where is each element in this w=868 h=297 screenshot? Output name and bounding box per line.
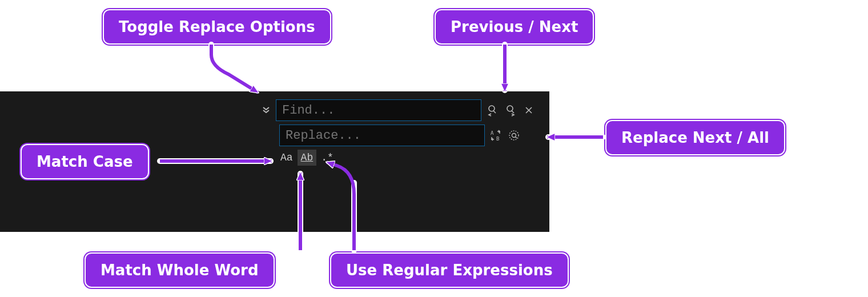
whole-word-label: Ab <box>301 152 314 163</box>
callout-toggle-replace: Toggle Replace Options <box>103 9 331 45</box>
use-regex-button[interactable]: .* <box>318 150 337 166</box>
svg-text:B: B <box>496 136 499 142</box>
callout-match-whole-word: Match Whole Word <box>85 252 275 288</box>
next-match-icon <box>504 104 517 117</box>
svg-point-9 <box>512 134 516 138</box>
replace-next-button[interactable]: A B <box>488 128 503 143</box>
find-previous-button[interactable] <box>485 103 500 118</box>
toggle-replace-button[interactable] <box>260 104 272 117</box>
close-icon <box>524 106 533 115</box>
match-whole-word-button[interactable]: Ab <box>298 150 317 166</box>
svg-line-1 <box>493 111 496 113</box>
callout-use-regex: Use Regular Expressions <box>330 252 569 288</box>
svg-line-3 <box>512 111 514 113</box>
find-next-button[interactable] <box>503 103 518 118</box>
close-button[interactable] <box>521 103 536 118</box>
svg-point-8 <box>509 131 519 140</box>
replace-input[interactable] <box>279 125 485 146</box>
find-input[interactable] <box>276 99 481 121</box>
svg-line-10 <box>516 137 517 139</box>
replace-all-button[interactable] <box>507 128 521 143</box>
chevron-double-down-icon <box>262 106 271 115</box>
match-case-button[interactable]: Aa <box>277 150 296 166</box>
replace-all-icon <box>508 129 520 142</box>
callout-match-case: Match Case <box>21 144 149 179</box>
callout-replace-next-all: Replace Next / All <box>605 120 785 155</box>
svg-text:A: A <box>491 130 494 136</box>
callout-prev-next: Previous / Next <box>435 9 594 45</box>
find-replace-widget: A B Aa Ab .* <box>260 99 545 166</box>
previous-match-icon <box>486 104 499 117</box>
replace-icon: A B <box>489 129 502 142</box>
